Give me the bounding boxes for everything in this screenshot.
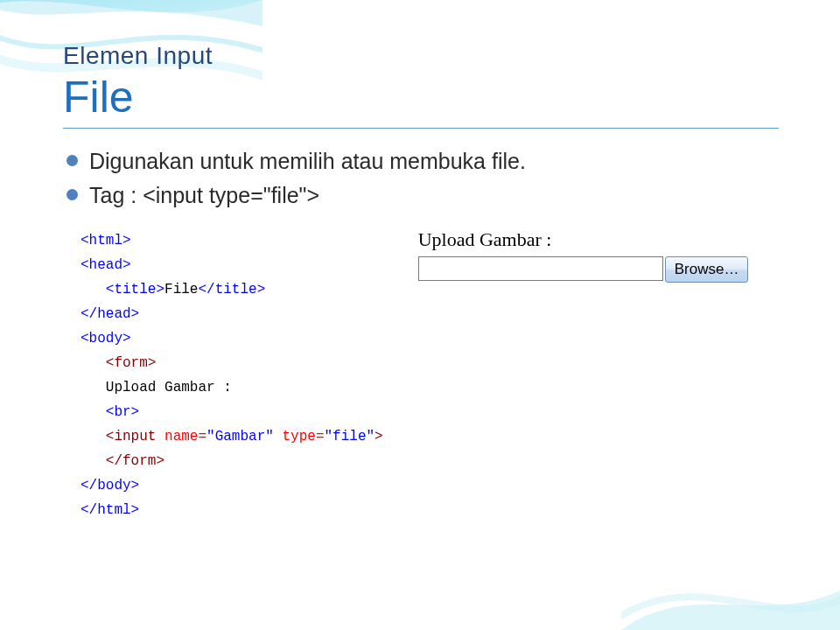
code-line: </html> (80, 498, 383, 522)
code-line: Upload Gambar : (80, 375, 383, 400)
file-path-field[interactable] (418, 256, 663, 281)
code-line: <title>File</title> (80, 277, 383, 302)
code-example: <html><head> <title>File</title></head><… (63, 228, 383, 522)
code-line: </head> (80, 302, 383, 326)
slide-title: File (63, 72, 779, 122)
slide-subtitle: Elemen Input (63, 42, 779, 70)
file-input-widget: Browse… (418, 256, 779, 283)
slide: Elemen Input File Digunakan untuk memili… (0, 0, 840, 630)
slide-content: Elemen Input File Digunakan untuk memili… (0, 0, 840, 522)
render-preview: Upload Gambar : Browse… (418, 228, 779, 283)
code-line: <html> (80, 228, 383, 253)
upload-label: Upload Gambar : (418, 228, 779, 251)
code-line: <head> (80, 253, 383, 277)
title-divider (63, 128, 779, 129)
code-line: </form> (80, 449, 383, 473)
code-line: <form> (80, 351, 383, 375)
code-line: </body> (80, 473, 383, 498)
code-line: <body> (80, 326, 383, 351)
browse-button[interactable]: Browse… (665, 256, 749, 283)
code-line: <input name="Gambar" type="file"> (80, 424, 383, 449)
example-row: <html><head> <title>File</title></head><… (63, 228, 779, 522)
code-line: <br> (80, 400, 383, 424)
bullet-item: Tag : <input type="file"> (63, 178, 779, 213)
bullet-item: Digunakan untuk memilih atau membuka fil… (63, 144, 779, 178)
bullet-list: Digunakan untuk memilih atau membuka fil… (63, 144, 779, 213)
